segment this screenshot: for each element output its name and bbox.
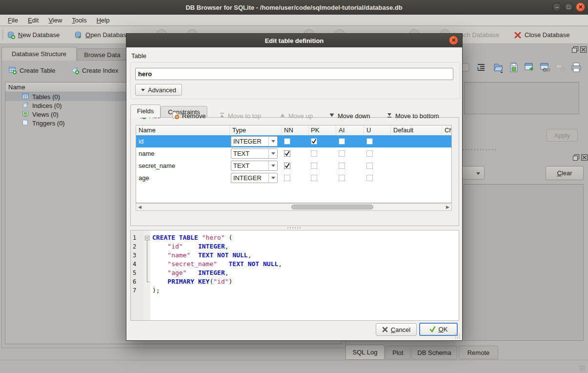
scroll-right-icon[interactable]: ▶ <box>445 205 450 210</box>
column-header-pk[interactable]: PK <box>308 125 336 135</box>
field-name-cell[interactable]: age <box>139 172 149 184</box>
pk-checkbox[interactable] <box>311 163 317 169</box>
dialog-resize-grip[interactable] <box>455 333 461 339</box>
tab-fields[interactable]: Fields <box>130 104 161 118</box>
field-name-cell[interactable]: secret_name <box>139 160 175 172</box>
tab-db-schema[interactable]: DB Schema <box>411 346 457 359</box>
create-table-button[interactable]: Create Table <box>7 64 57 77</box>
move-up-button[interactable]: Move up <box>280 110 313 122</box>
move-to-top-button[interactable]: Move to top <box>219 110 261 122</box>
u-checkbox[interactable] <box>366 163 373 169</box>
open-file-icon[interactable] <box>492 61 505 74</box>
column-header-type[interactable]: Type <box>230 125 282 135</box>
sql-log-view[interactable] <box>464 184 584 341</box>
menu-item-tools[interactable]: Tools <box>67 16 91 25</box>
column-header-check[interactable]: Check <box>442 125 452 135</box>
format-icon[interactable] <box>475 61 488 74</box>
dock-close-icon[interactable] <box>581 154 588 161</box>
nn-checkbox[interactable] <box>284 150 290 157</box>
ai-checkbox[interactable] <box>339 138 345 145</box>
bottom-tab-label: SQL Log <box>353 349 378 356</box>
save-file-icon[interactable] <box>507 61 520 74</box>
u-checkbox[interactable] <box>366 175 373 181</box>
field-name-cell[interactable]: id <box>139 135 143 147</box>
open-database-button[interactable]: Open Database <box>73 28 131 41</box>
dock-close-icon[interactable] <box>580 46 587 53</box>
clear-log-button[interactable]: Clear <box>546 166 584 180</box>
ai-checkbox[interactable] <box>339 163 345 169</box>
table-name-input[interactable]: hero <box>135 68 453 80</box>
ai-checkbox[interactable] <box>339 175 345 181</box>
tab-database-structure[interactable]: Database Structure <box>1 47 77 61</box>
cancel-button[interactable]: Cancel <box>376 323 417 336</box>
tab-plot[interactable]: Plot <box>385 346 410 359</box>
dialog-titlebar[interactable]: Edit table definition ✕ <box>126 34 462 47</box>
sql-token: , <box>278 260 282 268</box>
column-header-nn[interactable]: NN <box>282 125 308 135</box>
column-header-default[interactable]: Default <box>391 125 442 135</box>
ok-button[interactable]: OK <box>419 323 458 336</box>
grid-row-secret_name[interactable]: secret_nameTEXT <box>136 160 452 172</box>
chevron-down-icon[interactable] <box>268 161 277 170</box>
field-type-combobox[interactable]: INTEGER <box>231 173 278 183</box>
tab-browse-data[interactable]: Browse Data <box>77 48 127 61</box>
tab-remote[interactable]: Remote <box>459 346 498 359</box>
menu-item-edit[interactable]: Edit <box>23 16 43 25</box>
sql-preview[interactable]: 1234567 CREATE TABLE "hero" ( "id" INTEG… <box>130 230 459 321</box>
link-icon[interactable] <box>539 61 551 74</box>
grid-row-name[interactable]: nameTEXT <box>136 147 452 160</box>
menu-item-file[interactable]: File <box>3 16 23 25</box>
stop-icon[interactable] <box>554 61 567 74</box>
print-icon[interactable] <box>570 61 583 74</box>
field-name-cell[interactable]: name <box>139 147 155 160</box>
new-database-button[interactable]: New Database <box>6 28 61 41</box>
grid-row-age[interactable]: ageINTEGER <box>136 172 452 184</box>
minimize-button-icon[interactable]: – <box>552 2 562 12</box>
grid-hscrollbar[interactable]: ◀ ▶ <box>136 203 452 211</box>
nn-checkbox[interactable] <box>284 175 290 181</box>
chevron-down-icon[interactable] <box>268 173 277 183</box>
field-type-combobox[interactable]: INTEGER <box>231 136 278 146</box>
menu-item-view[interactable]: View <box>43 16 67 25</box>
execute-icon[interactable] <box>523 61 536 74</box>
dialog-splitter[interactable] <box>287 227 302 228</box>
menu-item-help[interactable]: Help <box>92 16 115 25</box>
close-window-button-icon[interactable]: ✕ <box>576 2 585 12</box>
dock-float-icon[interactable] <box>573 154 579 161</box>
chevron-down-icon[interactable] <box>268 137 277 146</box>
nn-checkbox[interactable] <box>284 163 290 169</box>
move-to-bottom-button[interactable]: Move to bottom <box>386 110 439 122</box>
toolbar-grip[interactable] <box>2 30 3 40</box>
column-header-u[interactable]: U <box>364 125 391 135</box>
column-header-name[interactable]: Name <box>136 125 230 135</box>
u-checkbox[interactable] <box>366 150 373 157</box>
column-header-ai[interactable]: AI <box>336 125 364 135</box>
u-checkbox[interactable] <box>366 138 373 145</box>
dialog-close-icon[interactable]: ✕ <box>449 36 458 45</box>
move-down-button[interactable]: Move down <box>329 110 370 122</box>
close-database-button[interactable]: Close Database <box>512 28 571 41</box>
field-type-combobox[interactable]: TEXT <box>231 148 278 159</box>
chevron-down-icon[interactable] <box>268 149 277 158</box>
create-index-button[interactable]: Create Index <box>69 64 120 77</box>
dock-splitter[interactable] <box>463 149 497 150</box>
remove-button[interactable]: Remove <box>171 110 205 122</box>
fold-marker-icon[interactable] <box>145 236 149 240</box>
advanced-button[interactable]: Advanced <box>135 84 182 96</box>
fields-grid-header[interactable]: NameTypeNNPKAIUDefaultCheck <box>136 125 452 136</box>
nn-checkbox[interactable] <box>284 138 290 145</box>
grid-row-id[interactable]: idINTEGER <box>136 135 452 147</box>
dock-float-icon[interactable] <box>572 46 578 53</box>
sql-token <box>190 251 198 259</box>
apply-button[interactable]: Apply <box>547 129 578 142</box>
resize-grip[interactable] <box>579 365 585 371</box>
pk-checkbox[interactable] <box>311 150 317 157</box>
scroll-left-icon[interactable]: ◀ <box>137 205 142 210</box>
pk-checkbox[interactable] <box>311 175 317 181</box>
pk-checkbox[interactable] <box>311 138 317 145</box>
tab-sql-log[interactable]: SQL Log <box>345 345 385 360</box>
scrollbar-handle[interactable] <box>291 205 373 209</box>
ai-checkbox[interactable] <box>339 150 345 157</box>
maximize-button-icon[interactable]: □ <box>564 2 573 12</box>
field-type-combobox[interactable]: TEXT <box>231 161 278 171</box>
